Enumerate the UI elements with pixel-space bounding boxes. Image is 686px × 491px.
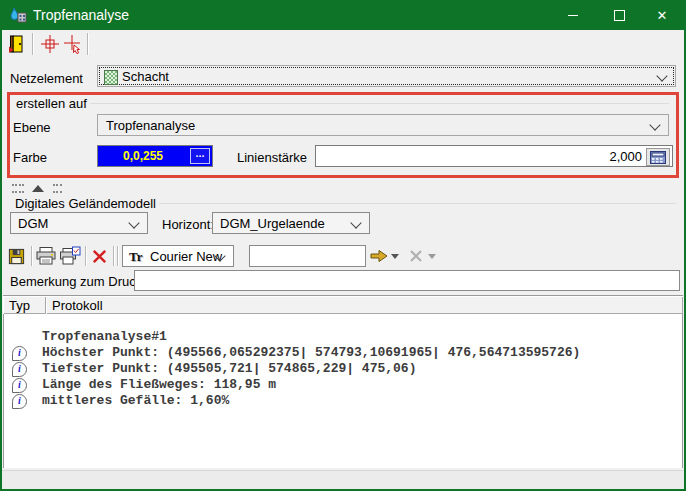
farbe-more-button[interactable]: ... — [190, 148, 210, 164]
list-item[interactable]: mittleres Gefälle: 1,60% — [42, 393, 229, 408]
forward-button[interactable] — [368, 247, 390, 265]
minimize-icon — [568, 15, 578, 16]
exit-button[interactable] — [5, 32, 29, 56]
farbe-label: Farbe — [13, 150, 47, 165]
toolbar-separator — [87, 33, 88, 55]
horizont-label: Horizont: — [162, 217, 214, 232]
chevron-down-icon — [656, 70, 667, 81]
maximize-icon — [614, 10, 625, 21]
font-value: Courier New — [150, 249, 222, 264]
bemerkung-label: Bemerkung zum Druck — [10, 274, 142, 289]
splitter-dots — [12, 184, 24, 193]
save-icon — [7, 247, 26, 266]
netzelement-label: Netzelement — [10, 71, 83, 86]
bemerkung-input[interactable] — [134, 270, 680, 291]
chevron-down-icon — [649, 119, 660, 130]
print-button[interactable] — [35, 245, 57, 267]
truetype-icon: Tr — [129, 249, 142, 265]
exit-door-icon — [7, 34, 27, 54]
collapse-up-icon[interactable] — [32, 185, 44, 192]
column-header-protokoll[interactable]: Protokoll — [46, 296, 683, 314]
window-title: Tropfenanalyse — [33, 7, 129, 23]
toolbar-separator — [85, 246, 86, 266]
list-item[interactable]: Länge des Fließweges: 118,95 m — [42, 377, 276, 392]
print-icon — [35, 246, 57, 266]
calculator-icon — [650, 151, 666, 164]
delete-x-icon — [90, 247, 109, 266]
maximize-button[interactable] — [596, 0, 642, 30]
info-bubble-icon: i — [12, 362, 27, 377]
delete-log-button[interactable] — [88, 245, 110, 267]
red-grid-crosshair-icon — [40, 34, 60, 54]
linienstaerke-field[interactable]: 2,000 — [315, 145, 673, 167]
list-item[interactable]: Höchster Punkt: (495566,065292375| 57479… — [42, 345, 580, 360]
netzelement-combobox[interactable]: Schacht — [97, 65, 676, 87]
splitter-bar[interactable] — [2, 183, 684, 193]
protocol-header-row: Typ Protokoll — [3, 295, 683, 314]
close-button[interactable]: ✕ — [640, 0, 684, 30]
search-input[interactable] — [249, 245, 366, 267]
splitter-dots — [53, 184, 62, 193]
clear-button[interactable] — [406, 247, 426, 265]
save-button[interactable] — [5, 245, 27, 267]
netzelement-value: Schacht — [122, 69, 169, 84]
schacht-icon — [104, 70, 118, 85]
ebene-combobox[interactable]: Tropfenanalyse — [97, 114, 669, 136]
ebene-label: Ebene — [13, 120, 51, 135]
close-icon: ✕ — [657, 9, 668, 22]
farbe-color-field[interactable]: 0,0,255 ... — [97, 145, 213, 167]
pick-point-button[interactable] — [61, 32, 85, 56]
minimize-button[interactable] — [550, 0, 596, 30]
print-setup-button[interactable] — [59, 245, 81, 267]
info-bubble-icon: i — [12, 394, 27, 409]
dgm-value: DGM — [18, 216, 48, 231]
horizont-combobox[interactable]: DGM_Urgelaende — [212, 212, 370, 234]
clear-dropdown-icon[interactable] — [428, 254, 436, 259]
chevron-down-icon — [128, 217, 139, 228]
app-drop-building-icon — [9, 7, 27, 26]
info-bubble-icon: i — [12, 378, 27, 393]
toolbar-separator — [31, 246, 32, 266]
red-pick-crosshair-icon — [63, 34, 83, 54]
toolbar-separator — [117, 246, 118, 266]
print-page-icon — [59, 246, 81, 266]
toolbar-separator — [32, 33, 33, 55]
linienstaerke-label: Linienstärke — [237, 150, 307, 165]
app-window: Tropfenanalyse ✕ Netzelement Schacht — [0, 0, 686, 491]
horizont-value: DGM_Urgelaende — [220, 216, 325, 231]
snap-grid-button[interactable] — [38, 32, 62, 56]
forward-arrow-icon — [369, 248, 389, 264]
toolbar-separator — [113, 246, 114, 266]
forward-dropdown-icon[interactable] — [391, 254, 399, 259]
column-header-typ[interactable]: Typ — [3, 296, 46, 314]
protocol-list[interactable]: Tropfenanalyse#1 i Höchster Punkt: (4955… — [3, 314, 683, 468]
list-item[interactable]: Tiefster Punkt: (495505,721| 574865,229|… — [42, 361, 416, 376]
list-item[interactable]: Tropfenanalyse#1 — [42, 329, 167, 344]
clear-x-icon — [408, 248, 424, 264]
dgm-group-title: Digitales Geländemodell — [12, 196, 159, 211]
groupbox-line — [143, 203, 676, 204]
erstellen-auf-group-title: erstellen auf — [13, 96, 90, 111]
chevron-down-icon — [350, 217, 361, 228]
calculator-button[interactable] — [646, 148, 670, 166]
ebene-value: Tropfenanalyse — [106, 118, 195, 133]
info-bubble-icon: i — [12, 346, 27, 361]
font-combobox[interactable]: Tr Courier New — [122, 245, 234, 267]
linienstaerke-value: 2,000 — [609, 149, 642, 164]
farbe-value: 0,0,255 — [98, 146, 188, 166]
dgm-combobox[interactable]: DGM — [10, 212, 148, 234]
groupbox-line — [84, 103, 669, 104]
status-bar — [2, 470, 684, 489]
